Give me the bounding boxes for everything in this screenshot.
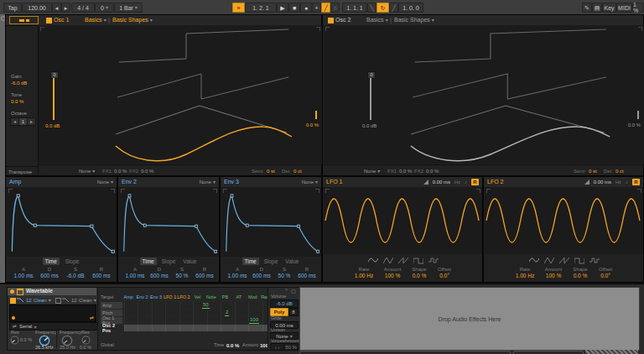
- filter1-mode-dropdown[interactable]: Clean▾: [34, 298, 51, 303]
- filter2-mode-dropdown[interactable]: Clean▾: [79, 298, 96, 303]
- resize-grip[interactable]: [585, 350, 638, 354]
- punch-in-button[interactable]: ╲: [367, 3, 377, 13]
- filter2-type-icon[interactable]: [62, 298, 70, 303]
- osc1-effect-mode-dropdown[interactable]: None▾: [79, 169, 95, 174]
- tap-tempo-button[interactable]: Tap: [3, 3, 22, 13]
- square-icon[interactable]: ▢: [291, 289, 296, 294]
- tab-value[interactable]: Value: [283, 258, 301, 265]
- reenable-automation-button[interactable]: ○: [330, 3, 340, 13]
- filter1-freq-value[interactable]: 26.5 kHz: [35, 346, 54, 351]
- clip-scroll-handle[interactable]: [299, 351, 511, 354]
- clip-scroll-handle[interactable]: [513, 351, 584, 354]
- amp-route-dropdown[interactable]: None▾: [97, 180, 113, 185]
- play-button[interactable]: ▶: [277, 3, 288, 13]
- square-shape-icon[interactable]: [574, 257, 584, 264]
- hot-swap-icon[interactable]: ⇄: [90, 315, 94, 320]
- source-amp[interactable]: Amp: [122, 294, 135, 299]
- draw-mode-button[interactable]: ✎: [582, 3, 592, 13]
- source-mod[interactable]: Mod: [246, 294, 259, 299]
- decay-value[interactable]: 600 ms: [148, 273, 171, 279]
- voice-count-selector[interactable]: 8: [288, 308, 299, 316]
- matrix-value-vel-amp[interactable]: 50: [202, 302, 210, 309]
- note-sync-icon[interactable]: ♪: [465, 180, 467, 185]
- decay-value[interactable]: 600 ms: [37, 273, 62, 279]
- sustain-value[interactable]: 50 %: [171, 273, 193, 279]
- square-shape-icon[interactable]: [413, 257, 423, 264]
- lfo1-display[interactable]: [324, 187, 482, 254]
- filter1-res-value[interactable]: 0.0 %: [20, 338, 32, 343]
- source-at[interactable]: AT: [232, 294, 246, 299]
- attack-value[interactable]: 1.00 ms: [10, 273, 37, 279]
- fx2-value[interactable]: 0.0 %: [426, 169, 439, 174]
- source-lfo2[interactable]: LFO 2: [177, 294, 190, 299]
- amount-value[interactable]: 100 %: [539, 273, 568, 279]
- device-mini-display[interactable]: ⇄: [9, 305, 96, 322]
- source-note[interactable]: Note: [205, 294, 218, 299]
- lfo1-title[interactable]: LFO 1: [326, 179, 342, 185]
- tab-slope[interactable]: Slope: [159, 258, 179, 265]
- random-shape-icon[interactable]: [589, 257, 600, 264]
- osc1-gain-slider[interactable]: [53, 78, 55, 120]
- osc2-title[interactable]: Osc 2: [335, 17, 351, 23]
- det-value[interactable]: 0 ct: [615, 169, 624, 174]
- env3-route-dropdown[interactable]: None▾: [302, 180, 318, 185]
- tab-time[interactable]: Time: [242, 258, 259, 265]
- sustain-value[interactable]: 50 %: [273, 273, 295, 279]
- filter1-res-knob[interactable]: [10, 336, 19, 345]
- filter2-freq-value[interactable]: 25.0 Hz: [60, 346, 75, 351]
- lfo2-display[interactable]: [485, 187, 643, 254]
- shape-value[interactable]: 0.0 %: [407, 273, 432, 279]
- shape-value[interactable]: 0.0 %: [568, 273, 593, 279]
- tempo-field[interactable]: 120.00: [22, 3, 52, 13]
- saw-shape-icon[interactable]: [559, 257, 569, 264]
- lfo2-attack-value[interactable]: 0.00 ms: [594, 180, 611, 185]
- tab-time[interactable]: Time: [43, 258, 60, 265]
- tab-value[interactable]: Value: [180, 258, 199, 265]
- osc2-gain-slider[interactable]: [370, 78, 371, 120]
- lfo1-retrigger-button[interactable]: R: [471, 179, 479, 185]
- lfo1-hz-toggle[interactable]: Hz: [454, 180, 460, 185]
- source-env3[interactable]: Env 3: [149, 294, 163, 299]
- matrix-row-pitch[interactable]: Pitch 2: [101, 310, 276, 316]
- loop-length-field[interactable]: 1. 0. 0: [398, 3, 423, 13]
- amp-envelope-title[interactable]: Amp: [9, 179, 21, 185]
- fx2-value[interactable]: 0.0 %: [141, 169, 153, 174]
- osc1-wavetable-dropdown[interactable]: Basic Shapes▾: [112, 17, 153, 23]
- lfo1-attack-value[interactable]: 0.00 ms: [433, 180, 450, 185]
- osc2-on-toggle[interactable]: [328, 18, 334, 23]
- saw-shape-icon[interactable]: [398, 257, 408, 264]
- rate-value[interactable]: 1.00 Hz: [350, 273, 378, 279]
- release-value[interactable]: 600 ms: [193, 273, 216, 279]
- osc2-wavetable-display[interactable]: 0 0.0 dB 0.0 %: [324, 25, 644, 164]
- fx1-value[interactable]: 0.0 %: [399, 169, 412, 174]
- filter2-res-value[interactable]: 0.0 %: [80, 346, 91, 351]
- matrix-row-cells[interactable]: 2: [124, 310, 276, 316]
- automation-arm-button[interactable]: ╱: [321, 3, 330, 13]
- tab-time[interactable]: Time: [140, 258, 157, 265]
- matrix-row-osc2-pos[interactable]: Osc 2 Pos: [101, 325, 276, 331]
- gain-value[interactable]: -6.0 dB: [11, 81, 27, 86]
- sine-shape-icon[interactable]: [529, 257, 539, 264]
- unison-voices-stepper[interactable]: ‹ ›: [270, 343, 284, 351]
- punch-out-button[interactable]: ╱: [389, 3, 398, 13]
- release-value[interactable]: 600 ms: [295, 273, 319, 279]
- metronome-button[interactable]: 0 ▾: [95, 3, 114, 13]
- lfo2-retrigger-button[interactable]: R: [632, 179, 640, 185]
- env3-title[interactable]: Env 3: [224, 179, 239, 185]
- semi-value[interactable]: 0 st: [267, 169, 275, 174]
- source-vel[interactable]: Vel: [190, 294, 204, 299]
- lfo2-title[interactable]: LFO 2: [487, 179, 503, 185]
- volume-value[interactable]: -6.0 dB: [270, 299, 299, 308]
- device-thumbnail-button[interactable]: [9, 16, 39, 24]
- matrix-row-cells[interactable]: [124, 325, 276, 331]
- time-signature-field[interactable]: 4 / 4: [71, 3, 95, 13]
- release-value[interactable]: 600 ms: [89, 273, 114, 279]
- osc1-on-toggle[interactable]: [46, 18, 52, 23]
- matrix-value-mod-osc1pos[interactable]: 100: [249, 317, 259, 324]
- filter2-res-knob[interactable]: [81, 336, 91, 345]
- quantization-menu[interactable]: 1 Bar ▾: [114, 3, 143, 13]
- rate-value[interactable]: 1.00 Hz: [511, 273, 539, 279]
- global-time-value[interactable]: 0.0 %: [226, 343, 239, 348]
- overdub-button[interactable]: +: [312, 3, 321, 13]
- arrangement-position-field[interactable]: 1. 2. 1: [245, 3, 277, 13]
